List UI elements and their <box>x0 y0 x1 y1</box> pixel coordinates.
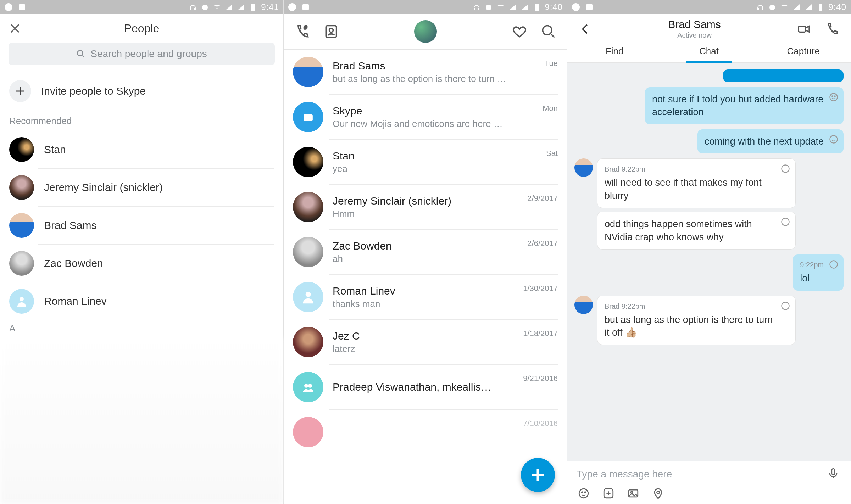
recent-time: 7/10/2016 <box>523 419 558 428</box>
audio-call-button[interactable] <box>823 20 841 38</box>
svg-rect-1 <box>19 4 25 10</box>
wifi-icon <box>780 3 789 11</box>
tab-capture[interactable]: Capture <box>756 41 851 62</box>
svg-rect-24 <box>799 26 806 32</box>
svg-point-4 <box>78 50 83 56</box>
avatar <box>574 296 593 314</box>
battery-icon <box>533 3 541 11</box>
video-call-button[interactable] <box>795 20 813 38</box>
recent-row[interactable]: 7/10/2016 <box>284 410 567 454</box>
message-text: lol <box>800 273 810 284</box>
recommended-list: Stan Jeremy Sinclair (snickler) Brad Sam… <box>0 131 283 320</box>
contact-name: Stan <box>44 144 66 156</box>
headphones-icon <box>472 3 481 11</box>
signal-icon <box>792 3 801 11</box>
svg-point-16 <box>309 117 311 119</box>
svg-point-12 <box>329 28 333 32</box>
recent-row[interactable]: SkypeOur new Mojis and emoticons are her… <box>284 95 567 139</box>
contact-row[interactable]: Brad Sams <box>0 207 283 244</box>
message-text: but as long as the option is there to tu… <box>605 314 773 338</box>
image-button[interactable] <box>626 486 640 500</box>
contact-row[interactable]: Stan <box>0 131 283 168</box>
react-icon[interactable] <box>780 164 790 174</box>
battery-icon <box>816 3 825 11</box>
invite-button[interactable]: Invite people to Skype <box>0 75 283 113</box>
message-bubble[interactable]: coming with the next update <box>697 129 844 153</box>
contact-row[interactable]: Jeremy Sinclair (snickler) <box>0 169 283 206</box>
headphones-icon <box>189 3 197 11</box>
avatar <box>9 137 34 162</box>
recent-row[interactable]: Jez Claterz 1/18/2017 <box>284 320 567 364</box>
new-chat-fab[interactable] <box>521 458 555 492</box>
svg-point-8 <box>486 5 491 10</box>
recent-row[interactable]: Roman Linevthanks man 1/30/2017 <box>284 275 567 319</box>
chat-input-area <box>567 461 851 504</box>
recent-row[interactable]: Zac Bowdenah 2/6/2017 <box>284 230 567 274</box>
tab-chat[interactable]: Chat <box>662 41 756 62</box>
message-bubble[interactable]: not sure if I told you but added hardwar… <box>645 87 844 124</box>
svg-rect-14 <box>304 114 313 121</box>
message-text: will need to see if that makes my font b… <box>605 177 762 201</box>
location-button[interactable] <box>651 486 665 500</box>
svg-point-31 <box>830 261 838 268</box>
react-icon[interactable] <box>829 259 839 269</box>
recent-row[interactable]: Stanyea Sat <box>284 140 567 184</box>
svg-point-30 <box>782 218 789 226</box>
contact-name: Brad Sams <box>44 219 96 231</box>
recent-row[interactable]: Brad Samsbut as long as the option is th… <box>284 50 567 94</box>
svg-point-19 <box>308 384 312 388</box>
recent-time: 9/21/2016 <box>523 374 558 383</box>
svg-point-28 <box>830 135 838 143</box>
svg-rect-7 <box>302 4 309 10</box>
recent-time: 1/18/2017 <box>523 329 558 338</box>
avatar <box>9 175 34 200</box>
message-bubble[interactable]: 9:22pm lol <box>793 254 844 290</box>
chat-body[interactable]: not sure if I told you but added hardwar… <box>567 63 851 461</box>
recent-row[interactable]: Pradeep Viswanathan, mkeallis… 9/21/2016 <box>284 365 567 409</box>
add-button[interactable] <box>601 486 616 500</box>
react-icon[interactable] <box>780 301 790 311</box>
contact-row[interactable]: Roman Linev <box>0 282 283 320</box>
contacts-button[interactable] <box>322 22 340 41</box>
close-button[interactable] <box>7 21 23 36</box>
svg-point-15 <box>305 117 307 119</box>
favorites-button[interactable] <box>510 22 529 41</box>
react-icon[interactable] <box>829 92 839 102</box>
recent-row[interactable]: Jeremy Sinclair (snickler)Hmm 2/9/2017 <box>284 185 567 229</box>
mic-button[interactable] <box>827 467 841 481</box>
svg-point-18 <box>304 384 308 388</box>
redacted-area <box>0 338 283 504</box>
search-input[interactable]: Search people and groups <box>9 43 275 65</box>
message-input[interactable] <box>577 469 820 480</box>
profile-avatar[interactable] <box>414 20 437 43</box>
avatar <box>574 158 593 177</box>
message-bubble[interactable]: Brad 9:22pm but as long as the option is… <box>597 296 796 345</box>
react-icon[interactable] <box>829 134 839 144</box>
message-meta: 9:22pm <box>800 260 824 270</box>
tab-find[interactable]: Find <box>567 41 662 62</box>
svg-point-0 <box>5 3 12 11</box>
svg-point-40 <box>657 491 659 494</box>
emoji-button[interactable] <box>577 486 591 500</box>
recent-preview: thanks man <box>333 298 514 309</box>
spotify-icon <box>4 3 13 11</box>
message-text: coming with the next update <box>705 136 824 147</box>
recent-preview: Hmm <box>333 208 518 219</box>
react-icon[interactable] <box>780 217 790 227</box>
avatar <box>9 289 34 314</box>
svg-point-29 <box>782 165 789 173</box>
message-bubble[interactable]: Brad 9:22pm will need to see if that mak… <box>597 158 796 208</box>
dialpad-button[interactable]: # <box>293 22 311 41</box>
plus-icon <box>9 80 31 102</box>
alarm-icon <box>768 3 777 11</box>
svg-text:#: # <box>304 24 307 30</box>
avatar <box>293 192 323 222</box>
svg-point-34 <box>579 489 588 498</box>
message-bubble[interactable] <box>723 69 844 82</box>
search-button[interactable] <box>539 22 558 41</box>
svg-point-13 <box>543 26 552 35</box>
message-bubble[interactable]: odd things happen sometimes with NVidia … <box>597 212 796 250</box>
contact-row[interactable]: Zac Bowden <box>0 245 283 282</box>
back-button[interactable] <box>577 20 594 38</box>
spotify-icon <box>288 3 296 11</box>
